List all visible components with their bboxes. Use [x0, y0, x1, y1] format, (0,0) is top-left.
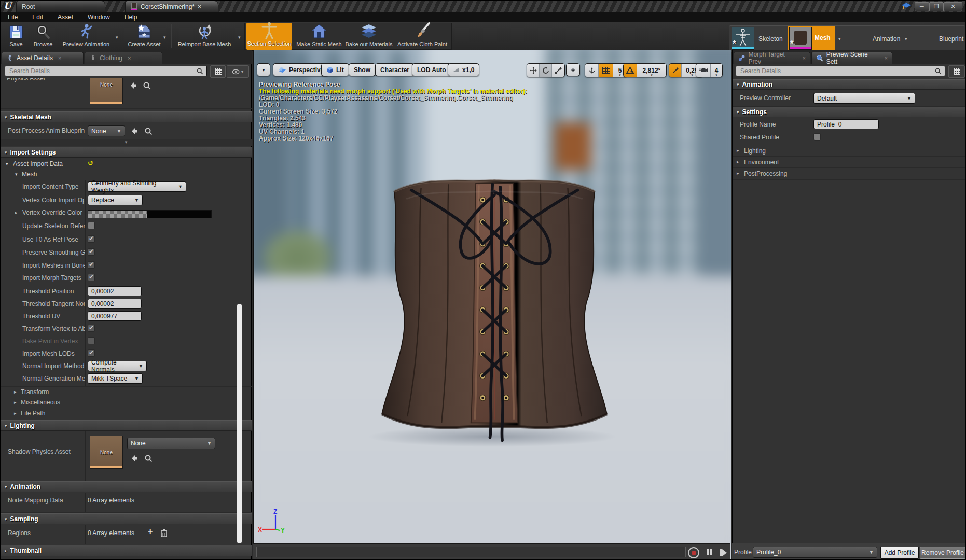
angle-snap-toggle[interactable]	[624, 64, 637, 77]
details-view-grid-button[interactable]	[210, 65, 226, 78]
vertex-color-import-dropdown[interactable]: Replace▼	[88, 195, 143, 205]
post-process-dropdown[interactable]: None▼	[88, 125, 125, 136]
import-settings-header[interactable]: ▾Import Settings	[1, 147, 252, 158]
lighting-collapsed-row[interactable]: ▸Lighting	[733, 145, 966, 157]
skeletal-mesh-header[interactable]: ▾Skeletal Mesh	[1, 111, 252, 122]
import-mesh-lods-checkbox[interactable]	[88, 349, 95, 357]
coordinate-system-button[interactable]	[566, 63, 580, 76]
mesh-mode-thumbnail[interactable]: *	[789, 27, 812, 50]
menu-file[interactable]: File	[8, 13, 18, 21]
browse-to-asset-icon[interactable]	[144, 127, 153, 135]
reset-to-default-icon[interactable]: ↺	[88, 159, 93, 167]
profile-name-field[interactable]: Profile_0	[813, 119, 879, 129]
threshold-uv-field[interactable]: 0,000977	[88, 311, 142, 321]
create-asset-button[interactable]: Create Asset	[122, 23, 167, 49]
threshold-position-field[interactable]: 0,00002	[88, 286, 142, 296]
browse-button[interactable]: Browse	[22, 23, 64, 49]
preview-scene-search[interactable]	[736, 66, 945, 76]
menu-help[interactable]: Help	[125, 13, 137, 21]
sampling-header[interactable]: ▾Sampling	[1, 513, 252, 524]
thumbnail-header[interactable]: ▸Thumbnail	[1, 545, 252, 556]
restore-button[interactable]: ❒	[929, 2, 944, 11]
lighting-header[interactable]: ▾Lighting	[1, 420, 252, 431]
tab-corsetshimmering[interactable]: CorsetShimmering* ×	[125, 1, 218, 12]
use-selected-arrow-icon[interactable]	[129, 81, 137, 90]
step-forward-button[interactable]	[720, 549, 727, 556]
trash-icon[interactable]	[160, 529, 168, 537]
corset-mesh[interactable]	[344, 170, 645, 443]
add-profile-button[interactable]: Add Profile	[880, 547, 919, 559]
browse-to-asset-icon[interactable]	[144, 454, 153, 463]
tab-clothing-close-icon[interactable]: ×	[128, 55, 131, 61]
mesh-group-row[interactable]: ▾ Mesh	[1, 169, 252, 179]
skeleton-mode-thumbnail[interactable]: *	[732, 27, 754, 50]
menu-window[interactable]: Window	[88, 13, 110, 21]
import-morph-targets-checkbox[interactable]	[88, 274, 95, 281]
snap-axis-button[interactable]	[585, 64, 599, 77]
camera-speed-value[interactable]: 4▾	[711, 64, 722, 77]
playback-speed-button[interactable]: x1,0	[448, 63, 479, 76]
shared-profile-checkbox[interactable]	[813, 133, 821, 141]
normal-generation-dropdown[interactable]: Mikk TSpace▼	[88, 373, 143, 384]
reimport-base-mesh-button[interactable]: Reimport Base Mesh	[174, 23, 235, 49]
environment-collapsed-row[interactable]: ▸Environment	[733, 156, 966, 168]
mesh-mode-caret-icon[interactable]: ▾	[838, 36, 841, 41]
tab-close-icon[interactable]: ×	[198, 3, 201, 10]
make-static-mesh-button[interactable]: Make Static Mesh	[295, 23, 343, 49]
pause-button[interactable]	[707, 549, 712, 557]
tab-preview-scene-settings[interactable]: i Preview Scene Sett ×	[811, 52, 892, 64]
scale-snap-toggle[interactable]	[669, 64, 682, 77]
settings-header[interactable]: ▾Settings	[733, 107, 966, 117]
timeline-track[interactable]	[256, 547, 686, 557]
activate-cloth-paint-button[interactable]: Activate Cloth Paint	[395, 23, 450, 49]
details-scrollbar[interactable]	[237, 304, 242, 543]
close-button[interactable]: ✕	[944, 2, 962, 11]
preview-controller-dropdown[interactable]: Default▼	[813, 93, 915, 104]
preview-animation-button[interactable]: Preview Animation	[59, 23, 114, 49]
import-meshes-bone-checkbox[interactable]	[88, 261, 95, 269]
advanced-expander[interactable]: ▼	[1, 139, 252, 146]
viewport[interactable]: ▾ Perspective Lit Show Character LOD Aut…	[253, 50, 731, 560]
lit-button[interactable]: Lit	[321, 63, 349, 76]
tab-morph-close-icon[interactable]: ×	[803, 55, 806, 61]
transform-vertex-checkbox[interactable]	[88, 325, 95, 332]
add-element-icon[interactable]: +	[148, 527, 153, 536]
remove-profile-button[interactable]: Remove Profile	[920, 547, 965, 559]
preserve-smoothing-checkbox[interactable]	[88, 248, 95, 256]
timeline-bar[interactable]	[253, 543, 730, 560]
record-button[interactable]	[688, 547, 699, 558]
show-button[interactable]: Show	[349, 63, 376, 76]
tab-morph-target-preview[interactable]: Morph Target Prev ×	[734, 52, 810, 64]
use-selected-arrow-icon[interactable]	[130, 127, 139, 135]
mesh-mode-active[interactable]: * Mesh	[788, 26, 835, 51]
tab-root[interactable]: Root	[16, 1, 105, 12]
shadow-physics-thumbnail[interactable]: None	[90, 436, 123, 469]
tab-clothing[interactable]: Clothing ×	[85, 52, 162, 64]
animation-header[interactable]: ▾Animation	[1, 481, 252, 492]
transform-collapsed-row[interactable]: ▸Transform	[1, 386, 252, 398]
shadow-physics-dropdown[interactable]: None▼	[127, 438, 215, 449]
menu-edit[interactable]: Edit	[32, 13, 43, 21]
menu-asset[interactable]: Asset	[58, 13, 73, 21]
use-selected-arrow-icon[interactable]	[130, 454, 139, 463]
vertex-override-color-swatch[interactable]	[88, 210, 212, 218]
animation-mode-label[interactable]: Animation	[873, 35, 900, 43]
angle-snap-value[interactable]: 2,812°▾	[637, 64, 666, 77]
details-visibility-button[interactable]: ▾	[227, 65, 249, 78]
grid-snap-toggle[interactable]	[599, 64, 613, 77]
import-content-type-dropdown[interactable]: Geometry and Skinning Weights.▼	[88, 181, 186, 192]
tab-preview-scene-close-icon[interactable]: ×	[885, 55, 888, 61]
bake-out-materials-button[interactable]: Bake out Materials	[344, 23, 394, 49]
browse-to-asset-icon[interactable]	[143, 81, 151, 90]
asset-import-data-row[interactable]: ▾ Asset Import Data ↺	[1, 158, 252, 169]
physics-asset-thumbnail[interactable]: None	[90, 78, 123, 104]
character-button[interactable]: Character	[375, 63, 415, 76]
details-search[interactable]	[5, 66, 207, 76]
normal-import-method-dropdown[interactable]: Compute Normals▼	[88, 361, 147, 371]
details-search-input[interactable]	[8, 67, 197, 75]
scale-tool-button[interactable]	[552, 64, 564, 77]
preview-scene-search-input[interactable]	[739, 67, 935, 75]
reimport-caret-icon[interactable]: ▾	[238, 35, 241, 40]
translate-tool-button[interactable]	[527, 64, 540, 77]
lod-auto-button[interactable]: LOD Auto	[412, 63, 451, 76]
